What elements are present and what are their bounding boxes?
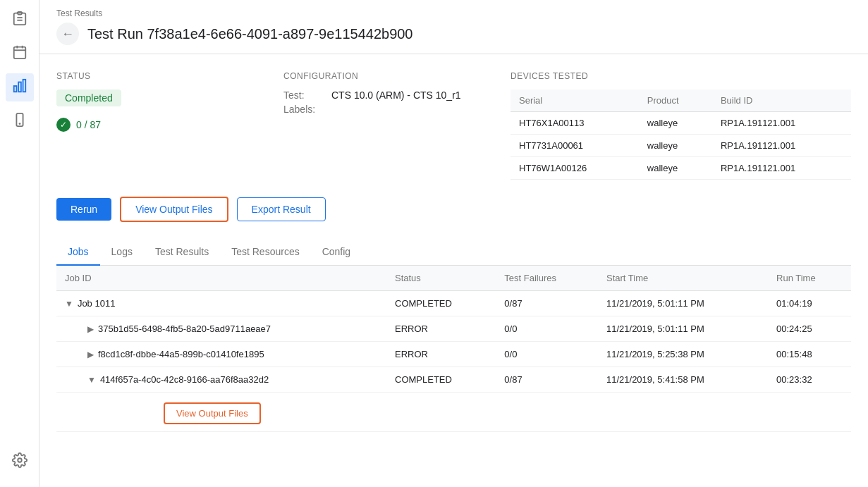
clipboard-icon [12,11,27,30]
svg-rect-3 [13,47,25,58]
back-button[interactable]: ← [56,23,79,45]
config-test-row: Test: CTS 10.0 (ARM) - CTS 10_r1 [283,90,511,101]
collapse-icon[interactable]: ▼ [65,299,73,309]
cell-start-time: 11/21/2019, 5:25:38 PM [598,342,768,367]
cell-status: ERROR [386,316,496,342]
status-block: Status Completed ✓ 0 / 87 [56,71,283,180]
cell-build_id: RP1A.191121.001 [712,157,851,180]
config-labels-label: Labels: [283,104,326,115]
cell-start-time: 11/21/2019, 5:41:58 PM [598,367,768,393]
sidebar-item-settings[interactable] [6,448,34,476]
pass-count: ✓ 0 / 87 [56,118,283,132]
config-test-label: Test: [283,90,326,101]
devices-block: Devices Tested Serial Product Build ID H… [511,71,851,180]
cell-job-id: ▶375b1d55-6498-4fb5-8a20-5ad9711aeae7 [56,316,386,342]
svg-rect-9 [23,79,25,91]
tab-config[interactable]: Config [311,239,362,266]
tab-jobs[interactable]: Jobs [56,239,100,266]
config-block: Configuration Test: CTS 10.0 (ARM) - CTS… [283,71,511,180]
info-section: Status Completed ✓ 0 / 87 Configuration … [56,71,851,180]
status-label: Status [56,71,283,81]
content-area: Status Completed ✓ 0 / 87 Configuration … [39,54,868,487]
calendar-icon [12,44,27,63]
sidebar-item-chart[interactable] [6,73,34,101]
table-row: ▶375b1d55-6498-4fb5-8a20-5ad9711aeae7ERR… [56,316,851,342]
cell-job-id: ▼Job 1011 [56,291,386,316]
collapse-icon[interactable]: ▼ [87,375,96,385]
chart-icon [12,78,27,97]
breadcrumb: Test Results [56,8,851,18]
config-label: Configuration [283,71,511,81]
sidebar-item-calendar[interactable] [6,39,34,68]
cell-test-failures: 0/87 [496,367,598,393]
cell-run-time: 00:24:25 [768,316,851,342]
header: Test Results ← Test Run 7f38a1e4-6e66-40… [39,0,868,54]
cell-serial: HT76X1A00113 [511,112,639,135]
svg-rect-8 [18,82,21,92]
cell-serial: HT76W1A00126 [511,157,639,180]
cell-test-failures: 0/0 [496,342,598,367]
status-badge: Completed [56,90,121,106]
svg-rect-7 [13,86,16,92]
jobs-table: Job ID Status Test Failures Start Time R… [56,266,851,432]
phone-icon [12,112,27,131]
svg-point-12 [18,458,22,462]
cell-test-failures: 0/0 [496,316,598,342]
devices-label: Devices Tested [511,71,851,81]
config-labels-row: Labels: [283,104,511,115]
export-result-button[interactable]: Export Result [237,197,326,221]
cell-job-id: ▼414f657a-4c0c-42c8-9166-aa76f8aa32d2 [56,367,386,393]
cell-status: COMPLETED [386,291,496,316]
cell-product: walleye [639,112,712,135]
sidebar [0,0,39,487]
gear-icon [12,452,27,471]
tab-logs[interactable]: Logs [100,239,144,266]
page-title: Test Run 7f38a1e4-6e66-4091-a897-9e11544… [87,26,413,42]
cell-start-time: 11/21/2019, 5:01:11 PM [598,291,768,316]
cell-run-time: 00:15:48 [768,342,851,367]
view-output-cell: View Output Files [56,393,851,432]
table-row: HT7731A00061walleyeRP1A.191121.001 [511,135,851,157]
expand-icon[interactable]: ▶ [87,324,94,334]
table-row: ▶f8cd1c8f-dbbe-44a5-899b-c01410fe1895ERR… [56,342,851,367]
main-content: Test Results ← Test Run 7f38a1e4-6e66-40… [39,0,868,487]
expand-icon[interactable]: ▶ [87,350,94,359]
cell-status: ERROR [386,342,496,367]
title-row: ← Test Run 7f38a1e4-6e66-4091-a897-9e115… [56,23,851,54]
sidebar-item-clipboard[interactable] [6,6,34,34]
tab-test-resources[interactable]: Test Resources [220,239,310,266]
cell-serial: HT7731A00061 [511,135,639,157]
devices-table: Serial Product Build ID HT76X1A00113wall… [511,90,851,180]
sidebar-item-phone[interactable] [6,107,34,135]
view-output-button[interactable]: View Output Files [120,197,228,222]
view-output-files-button-inline[interactable]: View Output Files [164,402,261,424]
cell-build_id: RP1A.191121.001 [712,112,851,135]
check-icon: ✓ [56,118,71,132]
table-row: HT76X1A00113walleyeRP1A.191121.001 [511,112,851,135]
cell-job-id: ▶f8cd1c8f-dbbe-44a5-899b-c01410fe1895 [56,342,386,367]
col-job-id: Job ID [56,266,386,291]
col-start-time: Start Time [598,266,768,291]
cell-product: walleye [639,157,712,180]
cell-run-time: 01:04:19 [768,291,851,316]
config-test-value: CTS 10.0 (ARM) - CTS 10_r1 [331,90,461,101]
view-output-row: View Output Files [56,393,851,432]
tab-test-results[interactable]: Test Results [144,239,220,266]
col-serial: Serial [511,90,639,112]
col-test-failures: Test Failures [496,266,598,291]
tabs: JobsLogsTest ResultsTest ResourcesConfig [56,239,851,266]
cell-test-failures: 0/87 [496,291,598,316]
col-build-id: Build ID [712,90,851,112]
col-run-time: Run Time [768,266,851,291]
cell-status: COMPLETED [386,367,496,393]
col-product: Product [639,90,712,112]
table-row: ▼414f657a-4c0c-42c8-9166-aa76f8aa32d2COM… [56,367,851,393]
cell-run-time: 00:23:32 [768,367,851,393]
rerun-button[interactable]: Rerun [56,198,111,221]
pass-count-value: 0 / 87 [76,119,101,130]
col-status: Status [386,266,496,291]
cell-build_id: RP1A.191121.001 [712,135,851,157]
table-row: HT76W1A00126walleyeRP1A.191121.001 [511,157,851,180]
action-row: Rerun View Output Files Export Result [56,197,851,222]
cell-product: walleye [639,135,712,157]
